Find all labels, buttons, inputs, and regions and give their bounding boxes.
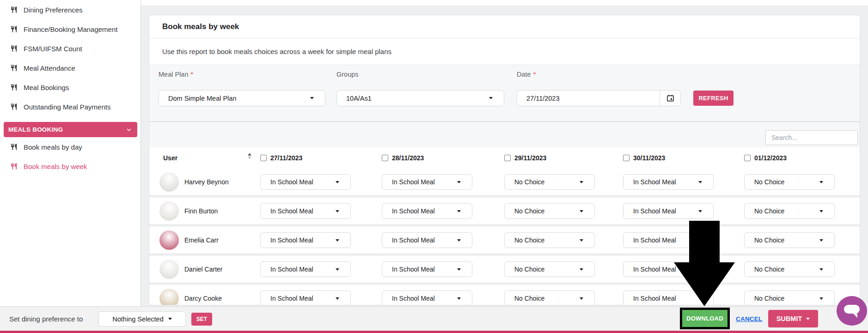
- meal-choice-value: In School Meal: [392, 207, 435, 215]
- chat-widget-button[interactable]: [837, 296, 867, 326]
- date-checkbox[interactable]: [504, 155, 511, 161]
- meal-choice-select[interactable]: No Choice: [504, 174, 595, 190]
- groups-select[interactable]: 10A/As1: [336, 90, 504, 106]
- meal-choice-select[interactable]: In School Meal: [260, 261, 351, 277]
- meal-choice-select[interactable]: No Choice: [504, 261, 595, 277]
- chevron-down-icon: [336, 181, 339, 183]
- date-checkbox[interactable]: [382, 155, 388, 161]
- set-button[interactable]: SET: [191, 313, 212, 326]
- groups-value: 10A/As1: [346, 95, 372, 102]
- user-name: Daniel Carter: [184, 256, 222, 283]
- meal-choice-value: In School Meal: [633, 295, 676, 302]
- meal-choice-select[interactable]: In School Meal: [260, 203, 351, 219]
- chevron-down-icon: [698, 181, 702, 183]
- section-divider: [149, 121, 860, 122]
- meal-choice-select[interactable]: In School Meal: [382, 203, 472, 219]
- meal-choice-select[interactable]: In School Meal: [260, 291, 351, 305]
- meal-choice-value: In School Meal: [270, 236, 313, 244]
- download-button[interactable]: DOWNLOAD: [686, 315, 723, 322]
- footer-bar: Set dining preference to Nothing Selecte…: [0, 306, 868, 331]
- meal-choice-select[interactable]: In School Meal: [623, 232, 714, 248]
- sidebar-section-meals-booking[interactable]: MEALS BOOKING: [4, 122, 137, 137]
- required-asterisk: *: [190, 71, 193, 78]
- meal-choice-select[interactable]: In School Meal: [623, 261, 714, 277]
- meal-choice-select[interactable]: In School Meal: [260, 174, 351, 190]
- avatar: [159, 201, 179, 221]
- sidebar-item-label: Outstanding Meal Payments: [24, 103, 110, 111]
- sidebar-item[interactable]: Outstanding Meal Payments: [0, 97, 141, 116]
- required-asterisk: *: [533, 71, 536, 78]
- date-input[interactable]: [517, 91, 660, 106]
- avatar: [159, 230, 179, 250]
- sidebar-item[interactable]: Book meals by day: [0, 137, 141, 157]
- sidebar-item[interactable]: Meal Bookings: [0, 78, 141, 97]
- restaurant-icon: [10, 6, 18, 13]
- meal-choice-select[interactable]: In School Meal: [623, 174, 714, 190]
- meal-choice-select[interactable]: No Choice: [744, 174, 835, 190]
- meal-choice-select[interactable]: In School Meal: [382, 232, 472, 248]
- chevron-down-icon: [126, 127, 132, 133]
- meal-choice-value: In School Meal: [270, 266, 313, 273]
- sort-icon[interactable]: [248, 153, 251, 159]
- chevron-down-icon: [580, 210, 583, 212]
- meal-choice-select[interactable]: In School Meal: [382, 174, 472, 190]
- sidebar-section-label: MEALS BOOKING: [8, 126, 63, 133]
- chat-bubble-tail: [853, 314, 857, 318]
- sidebar-subitems: Book meals by day Book meals by week: [0, 137, 141, 176]
- meal-choice-select[interactable]: In School Meal: [382, 291, 472, 305]
- date-column-header: 27/11/2023: [260, 147, 302, 169]
- table-row: Finn Burton In School Meal In School Mea…: [149, 198, 860, 224]
- date-checkbox[interactable]: [744, 155, 751, 161]
- chevron-down-icon: [580, 268, 583, 271]
- user-column-header: User: [163, 147, 177, 169]
- dining-preference-select[interactable]: Nothing Selected: [98, 311, 186, 327]
- top-strip: [141, 0, 868, 6]
- chevron-down-icon: [698, 268, 702, 271]
- meal-choice-select[interactable]: No Choice: [744, 203, 835, 219]
- user-name: Darcy Cooke: [184, 285, 222, 305]
- meal-choice-select[interactable]: No Choice: [504, 203, 595, 219]
- sidebar-item-label: Meal Attendance: [24, 64, 75, 72]
- sidebar-item-label: Book meals by week: [24, 163, 87, 170]
- groups-label: Groups: [336, 71, 359, 78]
- date-checkbox[interactable]: [260, 155, 267, 161]
- meal-choice-select[interactable]: No Choice: [744, 261, 835, 277]
- meal-choice-select[interactable]: In School Meal: [260, 232, 351, 248]
- user-name: Emelia Carr: [184, 227, 219, 254]
- sidebar-item[interactable]: Book meals by week: [0, 157, 141, 176]
- date-column-header: 01/12/2023: [744, 147, 787, 169]
- sidebar-item[interactable]: Meal Attendance: [0, 58, 141, 78]
- chevron-down-icon: [457, 210, 461, 212]
- search-input[interactable]: [765, 130, 858, 145]
- sidebar-item[interactable]: FSM/UIFSM Count: [0, 39, 141, 58]
- chevron-down-icon: [457, 239, 461, 242]
- meal-choice-value: No Choice: [754, 236, 784, 244]
- meal-choice-value: No Choice: [754, 295, 784, 302]
- meal-choice-select[interactable]: No Choice: [504, 232, 595, 248]
- meal-choice-select[interactable]: No Choice: [744, 232, 835, 248]
- chevron-down-icon: [698, 297, 702, 300]
- meal-plan-value: Dom Simple Meal Plan: [168, 95, 236, 102]
- meal-plan-select[interactable]: Dom Simple Meal Plan: [159, 90, 325, 106]
- submit-button[interactable]: SUBMIT: [768, 310, 818, 327]
- user-name: Harvey Beynon: [184, 169, 229, 195]
- date-column-header: 30/11/2023: [623, 147, 665, 169]
- date-picker-button[interactable]: [660, 91, 680, 106]
- refresh-button[interactable]: REFRESH: [693, 91, 734, 106]
- meal-choice-select[interactable]: In School Meal: [623, 203, 714, 219]
- chevron-down-icon: [336, 210, 339, 212]
- sidebar-item-label: Finance/Booking Management: [24, 25, 117, 33]
- meal-choice-select[interactable]: In School Meal: [623, 291, 714, 305]
- meal-choice-select[interactable]: In School Meal: [382, 261, 472, 277]
- sidebar-item[interactable]: Dining Preferences: [0, 0, 141, 19]
- set-dining-preference-label: Set dining preference to: [9, 307, 83, 331]
- dining-preference-value: Nothing Selected: [112, 315, 163, 323]
- chevron-down-icon: [698, 239, 702, 242]
- meal-choice-select[interactable]: No Choice: [504, 291, 595, 305]
- meal-choice-value: No Choice: [754, 178, 784, 186]
- cancel-link[interactable]: CANCEL: [736, 307, 762, 331]
- meal-choice-select[interactable]: No Choice: [744, 291, 835, 305]
- date-checkbox[interactable]: [623, 155, 630, 161]
- meal-choice-value: In School Meal: [392, 178, 435, 186]
- sidebar-item[interactable]: Finance/Booking Management: [0, 19, 141, 39]
